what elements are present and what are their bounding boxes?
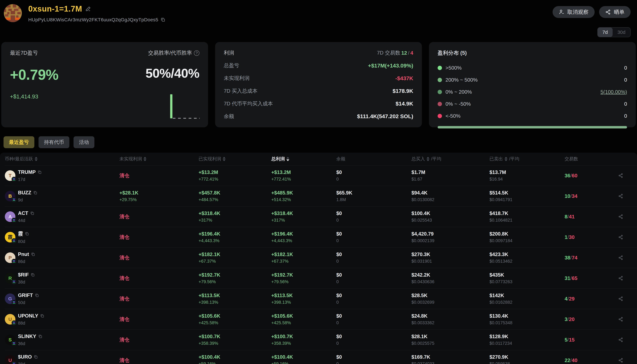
bought-cell: $4,420.79 $0.0002139 [411, 232, 490, 243]
token-icon: P [5, 252, 16, 263]
token-name[interactable]: BUZZ [18, 190, 31, 196]
col-realized[interactable]: 已实现利润 [198, 156, 271, 162]
token-name[interactable]: SLINKY [18, 334, 36, 339]
legend-label: <-50% [446, 113, 460, 119]
unrealized-cell: 清仓 [119, 254, 198, 261]
row-share-icon[interactable] [618, 194, 623, 199]
copy-token-icon[interactable] [30, 211, 34, 215]
copy-token-icon[interactable] [34, 355, 38, 359]
solana-chain-badge [12, 238, 16, 243]
table-row[interactable]: 霞 霞 80d 清仓 +$196.4K +4,443.3% +$196.4K +… [5, 227, 637, 247]
avatar-pixel-art [4, 4, 22, 22]
cleared-badge: 清仓 [119, 234, 129, 240]
row-share-icon[interactable] [618, 337, 623, 342]
token-name[interactable]: TRUMP [18, 169, 36, 175]
cleared-badge: 清仓 [119, 316, 129, 322]
copy-token-icon[interactable] [38, 170, 42, 174]
unrealized-cell: 清仓 [119, 316, 198, 323]
balance-cell: $0 0 [336, 293, 411, 304]
realized-cell: +$100.4K +59.16% [198, 354, 271, 364]
distribution-label: 盈利分布 (5) [438, 50, 467, 56]
table-row[interactable]: R $RIF 38d 清仓 +$192.7K +79.56% +$192.7K … [5, 268, 637, 288]
total-profit-cell: +$100.7K +358.39% [271, 334, 336, 346]
copy-address-icon[interactable] [160, 17, 165, 22]
balance-cell: $0 0 [336, 211, 411, 222]
token-name[interactable]: $RIF [18, 272, 29, 278]
row-share-icon[interactable] [618, 358, 623, 363]
row-share-icon[interactable] [618, 296, 623, 302]
legend-value: 0 [624, 65, 627, 71]
tab-recent-pnl[interactable]: 最近盈亏 [4, 136, 34, 148]
row-share-icon[interactable] [618, 316, 623, 322]
distribution-row: 0% ~ 200%5(100.00%) [438, 89, 627, 95]
legend-value[interactable]: 5(100.00%) [600, 89, 627, 95]
copy-token-icon[interactable] [38, 334, 42, 338]
copy-token-icon[interactable] [35, 293, 39, 298]
tab-holdings[interactable]: 持有代币 [39, 136, 69, 148]
pnl-sparkline [169, 93, 200, 119]
table-row[interactable]: B BUZZ 9d +$28.1K+29.75% +$457.8K +484.5… [5, 186, 637, 206]
cleared-badge: 清仓 [119, 275, 129, 281]
range-7d[interactable]: 7d [598, 28, 613, 37]
range-toggle: 7d 30d [597, 27, 630, 37]
balance-cell: $0 0 [336, 170, 411, 181]
token-name[interactable]: GRIFT [18, 292, 33, 298]
row-share-icon[interactable] [618, 234, 623, 240]
unrealized-cell: +$28.1K+29.75% [119, 190, 198, 202]
token-cell: U UPONLY 88d [5, 313, 119, 326]
buy-cost-label: 7D 买入总成本 [224, 88, 258, 94]
txns-cell: 31/65 [565, 275, 612, 281]
unrealized-value: -$437K [395, 75, 413, 82]
distribution-row: 200% ~ 500%0 [438, 77, 627, 83]
sold-cell: $130.4K $0.0175348 [490, 314, 565, 325]
copy-token-icon[interactable] [33, 191, 37, 195]
copy-token-icon[interactable] [31, 273, 35, 277]
realized-cell: +$182.1K +67.37% [198, 252, 271, 264]
table-row[interactable]: U $URO 38d 清仓 +$100.4K +59.16% +$100.4K … [5, 350, 637, 364]
pnl-label: 最近7D盈亏 [10, 50, 38, 56]
table-row[interactable]: A ACT 44d 清仓 +$318.4K +317% +$318.4K +31… [5, 206, 637, 227]
row-share-icon[interactable] [618, 255, 623, 260]
tab-activity[interactable]: 活动 [74, 136, 94, 148]
copy-token-icon[interactable] [40, 314, 44, 318]
col-total-profit[interactable]: 总利润 [271, 156, 336, 162]
col-unrealized[interactable]: 未实现利润 [119, 156, 198, 162]
share-trade-button[interactable]: 晒单 [599, 6, 630, 18]
table-row[interactable]: S SLINKY 36d 清仓 +$100.7K +358.39% +$100.… [5, 329, 637, 350]
token-last-active: 36d [18, 341, 42, 346]
edit-title-icon[interactable] [85, 6, 91, 12]
row-share-icon[interactable] [618, 173, 623, 178]
token-cell: S SLINKY 36d [5, 334, 119, 346]
token-name[interactable]: 霞 [18, 230, 23, 237]
token-name[interactable]: ACT [18, 210, 28, 216]
col-bought[interactable]: 总买入/平均 [411, 156, 490, 162]
balance-cell: $0 0 [336, 272, 411, 284]
table-row[interactable]: G GRIFT 50d 清仓 +$113.5K +398.13% +$113.5… [5, 288, 637, 309]
wallet-address: HUpPyLU8KWisCAr3mzWy2FKT6uuxQ2qGgJQxyTpD… [28, 17, 158, 22]
total-profit-cell: +$13.2M +772.41% [271, 170, 336, 181]
legend-label: >500% [446, 65, 462, 71]
pnl-percent: +0.79% [10, 66, 58, 83]
token-last-active: 86d [18, 259, 35, 264]
col-token[interactable]: 币种/最后活跃 [5, 156, 119, 162]
table-row[interactable]: U UPONLY 88d 清仓 +$105.6K +425.58% +$105.… [5, 309, 637, 329]
solana-chain-badge [12, 279, 16, 284]
sold-cell: $435K $0.0773263 [490, 272, 565, 284]
copy-token-icon[interactable] [31, 252, 35, 256]
table-header: 币种/最后活跃 未实现利润 已实现利润 总利润 余额 总买入/平均 已卖出/平均… [5, 153, 637, 165]
row-share-icon[interactable] [618, 276, 623, 281]
token-name[interactable]: UPONLY [18, 313, 38, 319]
table-row[interactable]: T TRUMP 17d 清仓 +$13.2M +772.41% +$13.2M … [5, 165, 637, 186]
winrate-help-icon[interactable]: ? [194, 50, 199, 56]
token-icon: A [5, 211, 16, 222]
row-share-icon[interactable] [618, 214, 623, 219]
token-name[interactable]: Pnut [18, 252, 29, 257]
unwatch-button[interactable]: 取消观察 [553, 6, 595, 18]
table-row[interactable]: P Pnut 86d 清仓 +$182.1K +67.37% +$182.1K … [5, 247, 637, 268]
range-30d[interactable]: 30d [613, 28, 630, 37]
col-sold[interactable]: 已卖出/平均 [490, 156, 565, 162]
copy-token-icon[interactable] [25, 232, 29, 236]
token-name[interactable]: $URO [18, 354, 32, 360]
realized-cell: +$13.2M +772.41% [198, 170, 271, 181]
txn-loss-count: 4 [410, 50, 413, 56]
